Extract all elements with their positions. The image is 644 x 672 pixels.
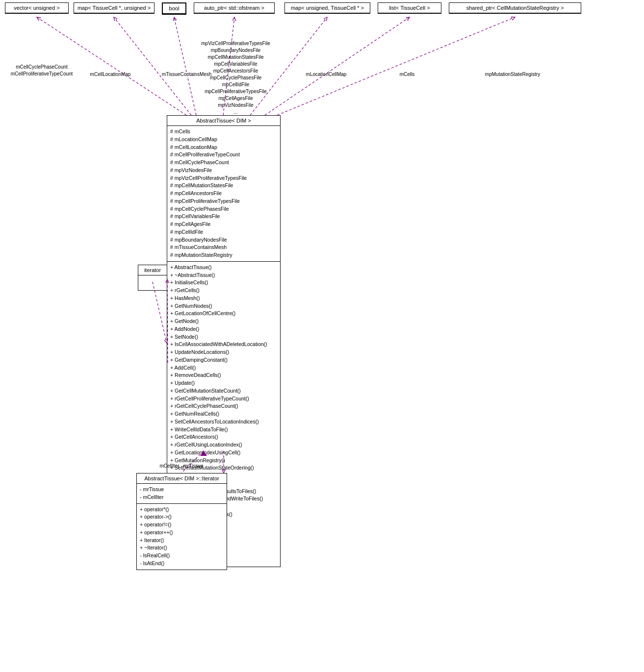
- auto-ptr-title: auto_ptr< std::ofstream >: [194, 3, 274, 13]
- svg-line-7: [153, 282, 167, 343]
- list-tissue-label: mCells: [383, 71, 432, 78]
- auto-ptr-label: mpVizCellProliferativeTypesFilempBoundar…: [193, 40, 279, 116]
- map-unsigned-title: map< unsigned, TissueCell * >: [285, 3, 370, 13]
- svg-line-5: [265, 17, 410, 115]
- vector-label: mCellCyclePhaseCountmCellProliferativeTy…: [10, 64, 74, 77]
- bool-title: bool: [163, 3, 185, 14]
- arrows-svg: [0, 0, 644, 672]
- vector-title: vector< unsigned >: [5, 3, 68, 13]
- iterator-association-label: mCellIter mrTissue: [152, 463, 211, 469]
- abstract-tissue-title: AbstractTissue< DIM >: [167, 116, 280, 126]
- map-unsigned-box: map< unsigned, TissueCell * >: [284, 2, 370, 14]
- abstract-tissue-attributes: # mCells # mLocationCellMap # mCellLocat…: [167, 126, 280, 262]
- abstract-iterator-title: AbstractTissue< DIM >::Iterator: [137, 473, 227, 484]
- list-tissue-box: list< TissueCell >: [378, 2, 441, 14]
- bool-label: mTissueContainsMesh: [162, 71, 191, 78]
- map-unsigned-label: mLocationCellMap: [294, 71, 358, 78]
- iterator-box: iterator: [138, 265, 167, 291]
- map-tissueptr-box: map< TissueCell *, unsigned >: [74, 2, 155, 14]
- svg-line-6: [277, 17, 515, 115]
- shared-ptr-box: shared_ptr< CellMutationStateRegistry >: [449, 2, 581, 14]
- list-tissue-title: list< TissueCell >: [378, 3, 441, 13]
- map-tissueptr-title: map< TissueCell *, unsigned >: [74, 3, 154, 13]
- auto-ptr-box: auto_ptr< std::ofstream >: [194, 2, 275, 14]
- diagram-container: vector< unsigned > map< TissueCell *, un…: [0, 0, 644, 672]
- abstract-iterator-attributes: - mrTissue - mCellIter: [137, 484, 227, 504]
- bool-box: bool: [162, 2, 186, 15]
- iterator-title: iterator: [138, 265, 167, 275]
- shared-ptr-label: mpMutationStateRegistry: [466, 71, 559, 78]
- abstract-iterator-box: AbstractTissue< DIM >::Iterator - mrTiss…: [136, 473, 227, 570]
- vector-box: vector< unsigned >: [5, 2, 69, 14]
- abstract-iterator-methods: + operator*() + operator->() + operator!…: [137, 504, 227, 570]
- iterator-empty: [138, 275, 167, 290]
- shared-ptr-title: shared_ptr< CellMutationStateRegistry >: [449, 3, 581, 13]
- svg-line-1: [114, 17, 191, 115]
- map-tissueptr-label: mCellLocationMap: [78, 71, 142, 78]
